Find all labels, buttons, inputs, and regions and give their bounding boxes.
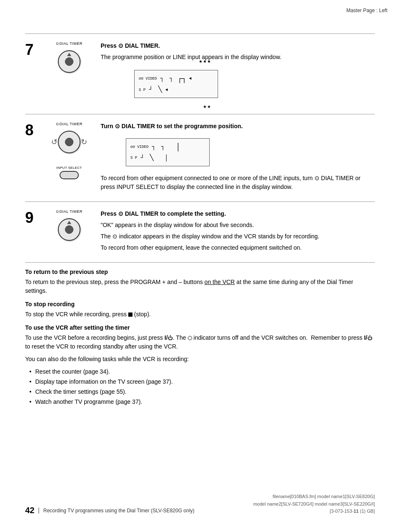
- footer-filename-line3: [3-073-153-11 (1) GB]: [253, 508, 375, 515]
- timer-circle-icon: [188, 336, 192, 340]
- footer-filename-line2: model name2[SLV-SE720G/I] model name3[SL…: [253, 501, 375, 508]
- power-icon-2: ⏻: [367, 335, 372, 341]
- step-8-dial-inner: [65, 138, 73, 146]
- step-8-display-line1: σσ VIDEO ┐ ┐ │: [130, 141, 205, 153]
- step-9-line2: The ⊙ indicator appears in the display w…: [101, 232, 375, 241]
- step-7-number: 7: [25, 41, 46, 57]
- step-8-input-select-label: INPUT SELECT: [57, 166, 82, 170]
- section-timer-para2: You can also do the following tasks whil…: [25, 355, 375, 364]
- page-footer: 42 Recording TV programmes using the Dia…: [25, 493, 375, 515]
- step-7-sp: S P: [139, 87, 145, 93]
- power-btn-label2: I/: [364, 334, 367, 341]
- section-timer-para1: To use the VCR before a recording begins…: [25, 333, 375, 351]
- on-the-vcr-underline: on the VCR: [205, 279, 235, 285]
- step-8-display-area: σσ VIDEO ┐ ┐ │ S P ┘ ╲ │: [126, 134, 375, 170]
- bullet-4: Watch another TV programme (page 37).: [29, 398, 375, 406]
- step-8-display: σσ VIDEO ┐ ┐ │ S P ┘ ╲ │: [126, 138, 210, 166]
- section-stop-text: To stop the VCR while recording, press (…: [25, 310, 375, 319]
- step-8-left-arrow: ↺: [51, 137, 57, 147]
- power-btn-label: I/: [164, 334, 168, 341]
- footer-filenames: filename[010BAS.fm] model name1[SLV-SE82…: [253, 493, 375, 515]
- section-stop: To stop recording To stop the VCR while …: [25, 301, 375, 319]
- step-7-display-wrapper: ★★★ σσ VIDEO ┐ ┐ ┌┐ ◄ S P ┘ ╲ ◄: [134, 66, 218, 102]
- step-9-instruction: Press ⊙ DIAL TIMER to complete the setti…: [101, 209, 375, 218]
- step-7-display: σσ VIDEO ┐ ┐ ┌┐ ◄ S P ┘ ╲ ◄: [134, 70, 218, 98]
- step-7-icon-col: ⊙DIAL TIMER: [46, 41, 92, 73]
- bullet-1: Reset the counter (page 34).: [29, 367, 375, 376]
- section-return: To return to the previous step To return…: [25, 269, 375, 296]
- step-9-number: 9: [25, 209, 46, 225]
- step-7-display-line2: S P ┘ ╲ ◄: [139, 85, 213, 95]
- step-7-row: 7 ⊙DIAL TIMER Press ⊙ DIAL TIMER. The pr…: [25, 34, 375, 114]
- step-7-display-line1: σσ VIDEO ┐ ┐ ┌┐ ◄: [139, 73, 213, 85]
- page-number-section: 42 Recording TV programmes using the Dia…: [25, 506, 195, 515]
- step-8-dial-label: ⊙DIAL TIMER: [56, 122, 83, 126]
- section-return-title: To return to the previous step: [25, 269, 375, 275]
- step-7-top-arrows: ★★★: [199, 59, 211, 64]
- step-8-row: 8 ⊙DIAL TIMER ↺ ↻ INPUT SELECT Turn ⊙ DI…: [25, 114, 375, 201]
- step-8-input-note: To record from other equipment connected…: [101, 174, 375, 191]
- step-8-dial-knob: [58, 131, 81, 153]
- step-8-seg-line: │: [164, 153, 168, 163]
- step-7-arrow-right2: ◄: [165, 87, 168, 93]
- step-7-display-area: ★★★ σσ VIDEO ┐ ┐ ┌┐ ◄ S P ┘ ╲ ◄: [134, 66, 375, 102]
- section-timer-title: To use the VCR after setting the timer: [25, 324, 375, 331]
- step-8-sp: S P: [130, 155, 137, 161]
- step-8-display-line2: S P ┘ ╲ │: [130, 153, 205, 163]
- step-9-row: 9 ⊙DIAL TIMER Press ⊙ DIAL TIMER to comp…: [25, 201, 375, 263]
- page-number: 42: [25, 506, 34, 515]
- bullet-list: Reset the counter (page 34). Display tap…: [25, 367, 375, 406]
- step-8-number: 8: [25, 122, 46, 138]
- step-9-dial-label: ⊙DIAL TIMER: [56, 209, 83, 214]
- section-return-text: To return to the previous step, press th…: [25, 278, 375, 296]
- step-7-dial-inner: [65, 57, 73, 66]
- step-7-oo-video: σσ VIDEO: [139, 76, 157, 82]
- step-7-seg2: ┘ ╲: [149, 85, 163, 95]
- step-7-arrow-right1: ◄: [189, 75, 192, 82]
- section-stop-title: To stop recording: [25, 301, 375, 307]
- step-7-description: The programme position or LINE input app…: [101, 53, 375, 62]
- step-7-dial-label: ⊙DIAL TIMER: [56, 41, 83, 46]
- step-9-dial-inner: [65, 225, 73, 234]
- step-8-seg1: ┐ ┐: [152, 142, 166, 152]
- step-9-dial-knob: [58, 218, 81, 241]
- step-7-dial-knob: [58, 50, 81, 73]
- step-7-seg-block: ┌┐: [177, 73, 187, 85]
- step-8-input-select: INPUT SELECT: [57, 166, 82, 179]
- sections-area: To return to the previous step To return…: [25, 269, 375, 406]
- step-7-content: Press ⊙ DIAL TIMER. The programme positi…: [92, 41, 375, 106]
- power-icon-1: ⏻: [168, 335, 173, 341]
- step-7-seg1: ┐ ┐: [160, 74, 174, 84]
- step-8-oval-btn: [60, 171, 79, 179]
- step-9-up-arrow: [67, 221, 71, 224]
- bullet-2: Display tape information on the TV scree…: [29, 377, 375, 386]
- step-9-line3: To record from other equipment, leave th…: [101, 243, 375, 252]
- stop-icon: [128, 312, 132, 317]
- step-8-right-arrow: ↻: [81, 137, 87, 147]
- step-8-content: Turn ⊙ DIAL TIMER to set the programme p…: [92, 122, 375, 194]
- step-9-line1: "OK" appears in the display window for a…: [101, 221, 375, 230]
- step-8-seg-block: │: [176, 141, 180, 153]
- step-8-oo-video: σσ VIDEO: [130, 144, 148, 150]
- page-description: Recording TV programmes using the Dial T…: [39, 508, 194, 514]
- step-8-icon-col: ⊙DIAL TIMER ↺ ↻ INPUT SELECT: [46, 122, 92, 179]
- footer-filename-line1: filename[010BAS.fm] model name1[SLV-SE82…: [253, 493, 375, 501]
- section-timer: To use the VCR after setting the timer T…: [25, 324, 375, 406]
- step-8-instruction: Turn ⊙ DIAL TIMER to set the programme p…: [101, 122, 375, 131]
- step-7-up-arrow: [67, 53, 71, 56]
- step-7-bottom-arrows: ★★: [203, 104, 211, 109]
- step-8-seg2: ┘ ╲: [140, 153, 154, 163]
- bullet-3: Check the timer settings (page 55).: [29, 387, 375, 396]
- master-page-label: Master Page : Left: [346, 8, 387, 13]
- step-8-dial-wrapper: ↺ ↻: [58, 131, 81, 153]
- step-9-content: Press ⊙ DIAL TIMER to complete the setti…: [92, 209, 375, 255]
- step-9-icon-col: ⊙DIAL TIMER: [46, 209, 92, 241]
- step-7-instruction: Press ⊙ DIAL TIMER.: [101, 41, 375, 50]
